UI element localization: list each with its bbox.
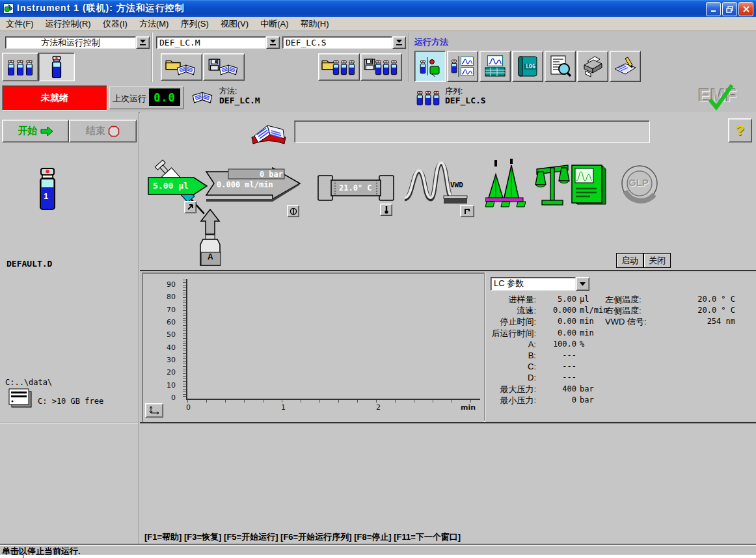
- menu-method[interactable]: 方法(M): [133, 18, 175, 30]
- method-book-icon[interactable]: [189, 87, 215, 108]
- param-value: 254 nm: [667, 316, 735, 327]
- injection-volume-flag: 5.00 µl: [148, 177, 208, 195]
- thermometer-icon: [383, 206, 390, 214]
- app-icon: [3, 3, 14, 14]
- column-temperature: 21.0° C: [339, 183, 372, 193]
- param-value: 0.000: [536, 305, 576, 316]
- load-method-button[interactable]: [161, 53, 202, 81]
- method-combo-arrow-icon[interactable]: [266, 36, 280, 49]
- y-tick: 70: [156, 306, 176, 314]
- menu-view[interactable]: 视图(V): [215, 18, 254, 30]
- disk-free-label: C: >10 GB free: [38, 397, 103, 406]
- detector-lamp-button[interactable]: [460, 205, 474, 217]
- report-preview-button[interactable]: [545, 51, 576, 82]
- method-file-combo[interactable]: DEF_LC.M: [156, 36, 280, 49]
- param-unit: [576, 372, 617, 383]
- view-selector-arrow-icon[interactable]: [136, 36, 150, 49]
- logbook-label: LOG: [524, 64, 537, 70]
- save-method-button[interactable]: [203, 53, 245, 81]
- edit-notebook-icon: [612, 55, 638, 78]
- printer-icon: [580, 55, 605, 78]
- menu-instrument[interactable]: 仪器(I): [97, 18, 133, 30]
- injector-detail-button[interactable]: [184, 201, 196, 213]
- data-path: C:..\data\: [5, 378, 52, 387]
- solvent-bottle[interactable]: A: [198, 234, 223, 267]
- close-button[interactable]: [738, 2, 753, 16]
- glp-indicator[interactable]: GLP: [619, 164, 660, 206]
- last-run-timer: 0.0: [149, 88, 180, 106]
- y-tick: 80: [156, 293, 176, 301]
- save-sequence-icon: [364, 57, 399, 77]
- sequence-name: DEF_LC.S: [445, 96, 486, 105]
- run-method-view-button[interactable]: [414, 51, 446, 82]
- method-red-book-icon[interactable]: [249, 118, 288, 148]
- view-selector-value: 方法和运行控制: [5, 36, 136, 49]
- sample-signals-button[interactable]: [447, 51, 478, 82]
- save-method-icon: [207, 57, 241, 77]
- report-book-icon[interactable]: [571, 164, 607, 207]
- y-tick: 40: [156, 343, 176, 352]
- detector[interactable]: VWD: [403, 161, 468, 207]
- y-tick: 50: [156, 330, 176, 339]
- load-sequence-button[interactable]: [318, 53, 360, 81]
- param-label: C:: [465, 361, 536, 372]
- y-tick: 60: [156, 318, 176, 326]
- single-vial-button[interactable]: [38, 53, 75, 81]
- param-value: ---: [536, 372, 576, 383]
- y-tick: 30: [156, 356, 176, 364]
- diagram-start-button[interactable]: 启动: [616, 253, 643, 268]
- restore-button[interactable]: [722, 2, 737, 16]
- minimize-button[interactable]: [706, 2, 721, 16]
- logbook-button[interactable]: LOG: [512, 51, 543, 82]
- menu-sequence[interactable]: 序列(S): [174, 18, 214, 30]
- menu-help[interactable]: 帮助(H): [294, 18, 334, 30]
- sequence-vials-icon[interactable]: [415, 86, 441, 109]
- report-preview-icon: [548, 55, 572, 78]
- sequence-combo-arrow-icon[interactable]: [392, 36, 406, 49]
- param-view-combo[interactable]: LC 参数: [491, 277, 589, 291]
- bottle-channel-label: A: [208, 252, 213, 261]
- open-sequence-icon: [321, 57, 357, 77]
- param-unit: min: [576, 328, 617, 339]
- param-combo-arrow-icon[interactable]: [576, 277, 589, 291]
- start-arrow-icon: [40, 126, 53, 137]
- param-value: ---: [536, 350, 576, 361]
- lamp-icon: [463, 207, 471, 215]
- column-thermostat-button[interactable]: [380, 204, 392, 216]
- lc-parameters-panel: LC 参数 进样量:5.00µl 流速:0.000ml/min 停止时间:0.0…: [484, 272, 756, 421]
- integration-peaks-icon[interactable]: [485, 159, 532, 208]
- balance-icon[interactable]: [534, 163, 571, 208]
- emf-indicator[interactable]: EMF: [698, 85, 738, 110]
- last-run-panel: 上次运行 0.0: [109, 86, 183, 109]
- param-unit: bar: [576, 384, 617, 395]
- edit-method-button[interactable]: [610, 51, 641, 82]
- menu-abort[interactable]: 中断(A): [254, 18, 294, 30]
- vial-tray-icon: [6, 57, 34, 77]
- current-vial[interactable]: 1: [34, 168, 61, 211]
- northeast-arrow-icon: [187, 204, 194, 211]
- solvent-uptake-arrow-icon: [198, 208, 222, 235]
- status-bar: 单击以停止当前运行.: [0, 545, 756, 555]
- param-label: A:: [465, 339, 536, 350]
- toolbar: 方法和运行控制 DEF_LC.M: [0, 31, 756, 84]
- param-label: 进样量:: [465, 294, 536, 305]
- glp-label: GLP: [628, 177, 649, 188]
- menu-file[interactable]: 文件(F): [0, 18, 40, 30]
- param-label: VWD 信号:: [605, 316, 667, 327]
- start-button[interactable]: 开始: [2, 120, 69, 142]
- signal-table-button[interactable]: [479, 51, 511, 82]
- view-selector-combo[interactable]: 方法和运行控制: [5, 36, 150, 49]
- param-label: 停止时间:: [465, 316, 536, 327]
- pump-on-off-button[interactable]: [287, 205, 299, 217]
- help-button[interactable]: ?: [728, 118, 752, 142]
- sequence-file-combo[interactable]: DEF_LC.S: [282, 36, 406, 49]
- menu-run-control[interactable]: 运行控制(R): [40, 18, 97, 30]
- last-run-label: 上次运行: [113, 93, 146, 105]
- stop-button[interactable]: 结束: [69, 120, 137, 142]
- diagram-close-button[interactable]: 关闭: [643, 253, 671, 268]
- save-sequence-button[interactable]: [360, 53, 402, 81]
- axis-scale-button[interactable]: [145, 403, 163, 418]
- print-button[interactable]: [577, 51, 608, 82]
- x-tick: 1: [281, 403, 286, 412]
- sequence-vials-button[interactable]: [2, 53, 38, 81]
